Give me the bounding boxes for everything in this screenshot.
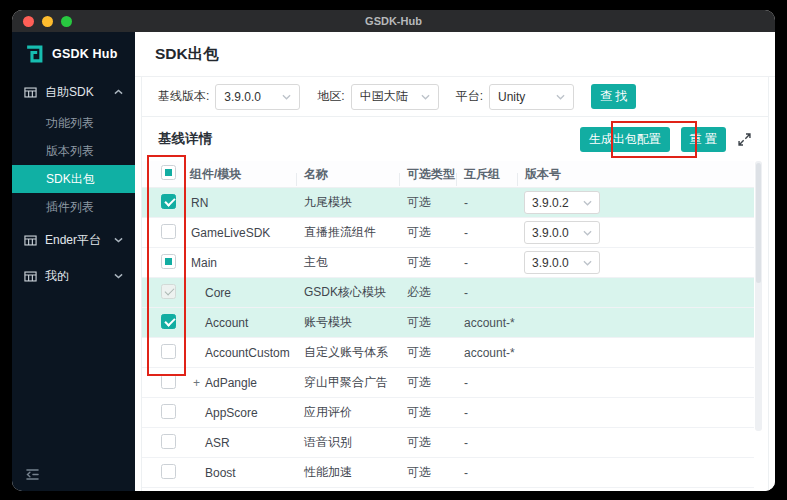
- optional-type: 可选: [401, 374, 458, 391]
- traffic-lights: [23, 16, 72, 27]
- table-row-core: CoreGSDK核心模块必选-: [142, 278, 754, 308]
- sidebar-item-feature-list[interactable]: 功能列表: [12, 109, 135, 137]
- version-value: 3.9.0.2: [532, 196, 569, 210]
- table-row-asr: ASR语音识别可选-: [142, 428, 754, 458]
- row-checkbox[interactable]: [161, 224, 176, 239]
- row-checkbox[interactable]: [161, 254, 176, 269]
- column-header-module: 组件/模块: [184, 166, 298, 183]
- table-scrollbar[interactable]: [755, 161, 762, 431]
- grid-icon: [24, 86, 37, 99]
- row-checkbox[interactable]: [161, 404, 176, 419]
- baseline-version-select[interactable]: 3.9.0.0: [215, 84, 300, 110]
- row-checkbox[interactable]: [161, 464, 176, 479]
- optional-type: 可选: [401, 464, 458, 481]
- sidebar-item-label: 自助SDK: [45, 84, 114, 101]
- section-actions: 生成出包配置 重 置: [580, 127, 752, 152]
- modules-table: 组件/模块 名称 可选类型 互斥组 版本号 RN九尾模块可选-3.9.0.2Ga…: [142, 161, 768, 491]
- sidebar-item-plugin-list[interactable]: 插件列表: [12, 193, 135, 221]
- optional-type: 可选: [401, 254, 458, 271]
- sidebar-item-label: Ender平台: [45, 232, 114, 249]
- sidebar-item-version-list[interactable]: 版本列表: [12, 137, 135, 165]
- module-name: AppScore: [205, 406, 258, 420]
- self-sdk-submenu: 功能列表 版本列表 SDK出包 插件列表: [12, 107, 135, 225]
- version-value: 3.9.0.0: [532, 256, 569, 270]
- sidebar: GSDK Hub 自助SDK 功能列表 版本列表 SDK出包 插件列表: [12, 32, 135, 491]
- optional-type: 可选: [401, 194, 458, 211]
- scrollbar-thumb[interactable]: [756, 163, 761, 283]
- grid-icon: [24, 270, 37, 283]
- mutex-group: -: [458, 466, 519, 480]
- select-all-checkbox[interactable]: [161, 165, 176, 180]
- column-header-type: 可选类型: [401, 166, 458, 183]
- sidebar-item-sdk-package[interactable]: SDK出包: [12, 165, 135, 193]
- optional-type: 可选: [401, 224, 458, 241]
- module-display-name: 应用评价: [298, 404, 401, 421]
- reset-button[interactable]: 重 置: [681, 127, 726, 152]
- expand-row-icon[interactable]: +: [190, 377, 203, 389]
- minimize-window-button[interactable]: [42, 16, 53, 27]
- version-select[interactable]: 3.9.0.0: [524, 251, 600, 274]
- sidebar-item-mine[interactable]: 我的: [12, 261, 135, 291]
- baseline-version-label: 基线版本:: [158, 88, 209, 105]
- version-select[interactable]: 3.9.0.0: [524, 221, 600, 244]
- platform-select[interactable]: Unity: [489, 84, 574, 110]
- module-display-name: 九尾模块: [298, 194, 401, 211]
- zoom-window-button[interactable]: [61, 16, 72, 27]
- section-title: 基线详情: [158, 130, 580, 148]
- sidebar-item-label: 我的: [45, 268, 114, 285]
- optional-type: 可选: [401, 404, 458, 421]
- sidebar-item-ender-platform[interactable]: Ender平台: [12, 225, 135, 255]
- sidebar-item-self-sdk[interactable]: 自助SDK: [12, 77, 135, 107]
- row-checkbox[interactable]: [161, 314, 176, 329]
- module-name: Boost: [205, 466, 236, 480]
- mutex-group: -: [458, 406, 519, 420]
- brand: GSDK Hub: [12, 32, 135, 77]
- table-row-main: −Main主包可选-3.9.0.0: [142, 248, 754, 278]
- module-name: GameLiveSDK: [191, 226, 270, 240]
- collapse-sidebar-button[interactable]: [25, 467, 40, 480]
- optional-type: 可选: [401, 434, 458, 451]
- optional-type: 可选: [401, 314, 458, 331]
- chevron-down-icon: [282, 94, 291, 100]
- row-checkbox[interactable]: [161, 374, 176, 389]
- row-checkbox[interactable]: [161, 194, 176, 209]
- module-name: AdPangle: [205, 376, 257, 390]
- column-header-group: 互斥组: [458, 166, 519, 183]
- column-header-name: 名称: [298, 166, 401, 183]
- search-button[interactable]: 查 找: [591, 84, 636, 109]
- mutex-group: -: [458, 376, 519, 390]
- table-row-account: Account账号模块可选account-*: [142, 308, 754, 338]
- page-title: SDK出包: [155, 44, 219, 65]
- module-name: AccountCustom: [205, 346, 290, 360]
- mutex-group: account-*: [458, 316, 519, 330]
- chevron-up-icon: [114, 89, 123, 95]
- table-row-rn: RN九尾模块可选-3.9.0.2: [142, 188, 754, 218]
- chevron-down-icon: [421, 94, 430, 100]
- module-display-name: 性能加速: [298, 464, 401, 481]
- filter-bar: 基线版本: 3.9.0.0 地区: 中国大陆: [142, 77, 768, 117]
- module-display-name: 穿山甲聚合广告: [298, 374, 401, 391]
- module-name: Account: [205, 316, 248, 330]
- row-checkbox[interactable]: [161, 344, 176, 359]
- generate-package-config-button[interactable]: 生成出包配置: [580, 127, 670, 152]
- main-content: SDK出包 基线版本: 3.9.0.0 地区:: [135, 32, 775, 491]
- region-select[interactable]: 中国大陆: [351, 84, 439, 110]
- table-row-adpangle: +AdPangle穿山甲聚合广告可选-: [142, 368, 754, 398]
- version-select[interactable]: 3.9.0.2: [524, 191, 600, 214]
- desktop-background: GSDK-Hub GSDK Hub 自助SDK: [0, 0, 787, 500]
- module-name: Core: [205, 286, 231, 300]
- expand-fullscreen-icon[interactable]: [737, 132, 752, 147]
- row-checkbox[interactable]: [161, 434, 176, 449]
- optional-type: 必选: [401, 284, 458, 301]
- close-window-button[interactable]: [23, 16, 34, 27]
- region-label: 地区:: [317, 88, 344, 105]
- brand-name: GSDK Hub: [52, 47, 118, 61]
- mutex-group: -: [458, 196, 519, 210]
- platform-value: Unity: [498, 90, 525, 104]
- table-row-accountcustom: AccountCustom自定义账号体系可选account-*: [142, 338, 754, 368]
- module-display-name: 直播推流组件: [298, 224, 401, 241]
- mutex-group: -: [458, 256, 519, 270]
- row-checkbox: [161, 284, 176, 299]
- collapse-row-icon[interactable]: −: [184, 257, 189, 269]
- table-body: RN九尾模块可选-3.9.0.2GameLiveSDK直播推流组件可选-3.9.…: [142, 188, 754, 488]
